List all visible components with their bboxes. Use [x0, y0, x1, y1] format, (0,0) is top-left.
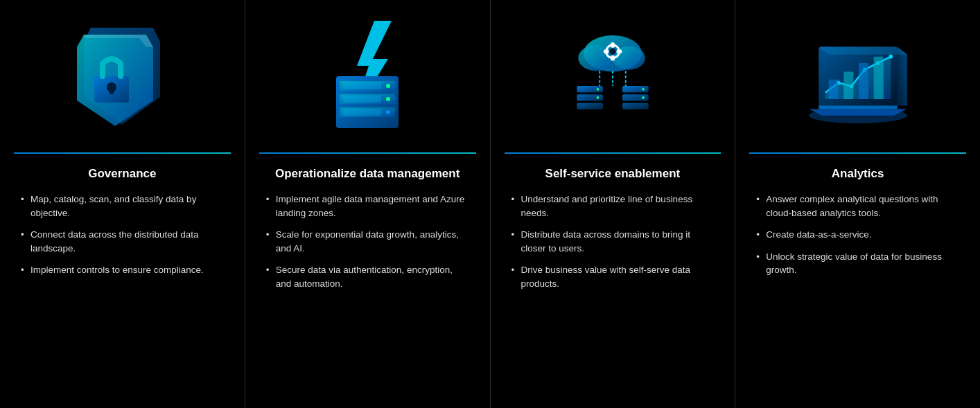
governance-bullets: Map, catalog, scan, and classify data by…: [21, 193, 224, 277]
svg-rect-46: [819, 106, 897, 109]
operationalize-title: Operationalize data management: [266, 166, 469, 181]
svg-rect-2: [110, 87, 114, 94]
list-item: Scale for exponential data growth, analy…: [266, 228, 469, 255]
list-item: Map, catalog, scan, and classify data by…: [21, 193, 224, 220]
analytics-icon-area: [749, 0, 966, 152]
svg-rect-12: [343, 109, 381, 116]
analytics-icon: [799, 24, 917, 128]
svg-rect-10: [343, 82, 381, 89]
svg-rect-30: [622, 103, 649, 109]
page-container: Governance Map, catalog, scan, and class…: [0, 0, 980, 408]
governance-column: Governance Map, catalog, scan, and class…: [0, 0, 245, 408]
list-item: Drive business value with self-serve dat…: [511, 263, 715, 290]
svg-rect-20: [604, 50, 609, 54]
svg-rect-44: [859, 63, 868, 99]
list-item: Implement agile data management and Azur…: [266, 193, 469, 220]
list-item: Understand and prioritize line of busine…: [511, 193, 715, 220]
svg-point-17: [609, 48, 615, 55]
svg-rect-11: [343, 96, 381, 103]
svg-point-41: [889, 55, 893, 59]
selfservice-icon-area: [505, 0, 721, 152]
list-item: Secure data via authentication, encrypti…: [266, 263, 469, 290]
svg-rect-19: [611, 55, 615, 61]
svg-point-33: [642, 88, 645, 91]
selfservice-icon: [561, 21, 665, 132]
svg-point-7: [386, 84, 390, 88]
svg-rect-18: [611, 42, 615, 48]
svg-point-31: [596, 88, 599, 91]
analytics-content: Analytics Answer complex analytical ques…: [749, 154, 966, 408]
list-item: Connect data across the distributed data…: [21, 228, 224, 255]
analytics-column: Analytics Answer complex analytical ques…: [735, 0, 980, 408]
list-item: Unlock strategic value of data for busin…: [756, 250, 959, 277]
svg-rect-43: [843, 71, 853, 99]
selfservice-bullets: Understand and prioritize line of busine…: [511, 193, 715, 290]
svg-point-9: [386, 110, 390, 114]
selfservice-content: Self-service enablement Understand and p…: [505, 154, 721, 408]
svg-point-32: [596, 96, 599, 99]
governance-title: Governance: [21, 166, 224, 181]
list-item: Create data-as-a-service.: [756, 228, 959, 242]
governance-icon: [70, 21, 174, 132]
list-item: Answer complex analytical questions with…: [756, 193, 959, 220]
selfservice-column: Self-service enablement Understand and p…: [491, 0, 736, 408]
analytics-title: Analytics: [756, 166, 959, 181]
list-item: Distribute data across domains to bring …: [511, 228, 715, 255]
svg-rect-45: [873, 57, 883, 99]
svg-point-8: [386, 97, 390, 101]
operationalize-content: Operationalize data management Implement…: [259, 154, 476, 408]
selfservice-title: Self-service enablement: [511, 166, 715, 181]
operationalize-bullets: Implement agile data management and Azur…: [266, 193, 469, 290]
governance-icon-area: [14, 0, 231, 152]
operationalize-icon-area: [259, 0, 476, 152]
svg-rect-21: [617, 50, 622, 54]
svg-point-34: [642, 96, 645, 99]
svg-rect-27: [577, 103, 603, 109]
operationalize-icon: [326, 17, 409, 135]
svg-rect-42: [828, 80, 838, 99]
list-item: Implement controls to ensure compliance.: [21, 263, 224, 277]
operationalize-column: Operationalize data management Implement…: [245, 0, 491, 408]
governance-content: Governance Map, catalog, scan, and class…: [14, 154, 231, 408]
analytics-bullets: Answer complex analytical questions with…: [756, 193, 959, 277]
